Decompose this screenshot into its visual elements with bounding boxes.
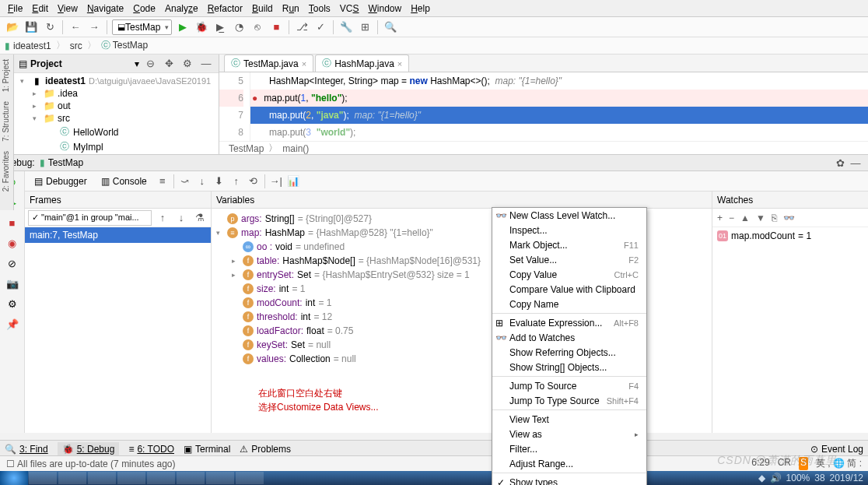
menu-new-watch[interactable]: 👓New Class Level Watch...: [492, 208, 646, 223]
sync-icon[interactable]: ↻: [42, 19, 58, 35]
dropdown-icon[interactable]: ▾: [135, 58, 139, 69]
menu-refactor[interactable]: Refactor: [203, 3, 247, 14]
taskbar-app[interactable]: [117, 472, 145, 484]
run-config-combo[interactable]: ⬓ TestMap: [112, 19, 172, 35]
menu-help[interactable]: Help: [406, 3, 435, 14]
run-icon[interactable]: ▶: [175, 19, 191, 35]
menu-vcs[interactable]: VCS: [335, 3, 364, 14]
open-icon[interactable]: 📂: [5, 19, 20, 35]
crumb-file[interactable]: ⓒ TestMap: [98, 39, 151, 52]
menu-show-string[interactable]: Show String[] Objects...: [492, 360, 646, 374]
menu-show-referring[interactable]: Show Referring Objects...: [492, 345, 646, 360]
menu-view-as[interactable]: View as▸: [492, 427, 646, 441]
tab-find[interactable]: 🔍 3: Find: [5, 444, 48, 455]
close-icon[interactable]: ×: [302, 59, 306, 69]
taskbar-app[interactable]: [236, 472, 264, 484]
copy-icon[interactable]: ⎘: [772, 213, 777, 223]
tab-debugger[interactable]: ▤ Debugger: [28, 174, 93, 188]
menu-tools[interactable]: Tools: [304, 3, 335, 14]
menu-window[interactable]: Window: [363, 3, 406, 14]
prev-frame-icon[interactable]: ↑: [155, 210, 170, 226]
camera-icon[interactable]: 📷: [5, 276, 20, 291]
forward-icon[interactable]: →: [86, 19, 102, 35]
code-editor[interactable]: 5678 HashMap<Integer, String> map = new …: [219, 72, 868, 141]
filter-icon[interactable]: ⚗: [192, 210, 208, 226]
menu-view[interactable]: View: [53, 3, 82, 14]
debug-icon[interactable]: 🐞: [194, 19, 209, 35]
menu-evaluate[interactable]: ⊞Evaluate Expression...Alt+F8: [492, 315, 646, 330]
back-icon[interactable]: ←: [68, 19, 83, 35]
project-tree[interactable]: ▾▮ideatest1 D:\atguigu\javaee\JavaSE2019…: [14, 73, 219, 154]
frame-row[interactable]: main:7, TestMap: [25, 227, 211, 243]
settings-icon[interactable]: ⚙: [5, 296, 20, 311]
force-step-icon[interactable]: ⬇: [212, 174, 227, 189]
pin-icon[interactable]: 📌: [5, 316, 20, 332]
taskbar-app[interactable]: [29, 472, 57, 484]
taskbar-app[interactable]: [177, 472, 205, 484]
remove-watch-icon[interactable]: −: [729, 213, 734, 223]
taskbar-app[interactable]: [206, 472, 234, 484]
menu-show-types[interactable]: ✓Show types: [492, 475, 646, 485]
menu-view-text[interactable]: View Text: [492, 412, 646, 427]
menu-set-value[interactable]: Set Value...F2: [492, 252, 646, 267]
vcs2-icon[interactable]: ✓: [313, 19, 328, 35]
next-frame-icon[interactable]: ↓: [173, 210, 189, 226]
crumb-src[interactable]: src: [67, 40, 86, 51]
stop-icon[interactable]: ■: [5, 215, 20, 230]
menu-compare[interactable]: Compare Value with Clipboard: [492, 282, 646, 297]
menu-code[interactable]: Code: [128, 3, 160, 14]
crumb-project[interactable]: ideatest1: [10, 40, 54, 51]
menu-run[interactable]: Run: [278, 3, 304, 14]
taskbar-app[interactable]: [88, 472, 116, 484]
settings-icon[interactable]: 🔧: [338, 19, 354, 35]
menu-copy-name[interactable]: Copy Name: [492, 297, 646, 311]
hide-icon[interactable]: —: [848, 155, 863, 170]
menu-add-watches[interactable]: 👓Add to Watches: [492, 330, 646, 345]
tab-project-vertical[interactable]: 1: Project: [0, 54, 12, 97]
coverage-icon[interactable]: ▶̲: [212, 19, 228, 35]
down-icon[interactable]: ▼: [756, 213, 765, 223]
tab-hashmap[interactable]: ⓒHashMap.java×: [315, 54, 409, 72]
run-to-cursor-icon[interactable]: →|: [268, 174, 284, 189]
tab-debug[interactable]: 🐞 5: Debug: [58, 442, 120, 456]
stop-icon[interactable]: ■: [268, 19, 284, 35]
menu-edit[interactable]: Edit: [27, 3, 53, 14]
menu-filter[interactable]: Filter...: [492, 441, 646, 456]
gear-icon[interactable]: ⚙: [180, 56, 195, 72]
vcs-icon[interactable]: ⎇: [294, 19, 310, 35]
tab-favorites-vertical[interactable]: 2: Favorites: [0, 146, 12, 196]
profile-icon[interactable]: ◔: [231, 19, 247, 35]
menu-inspect[interactable]: Inspect...: [492, 223, 646, 237]
taskbar-app[interactable]: [58, 472, 86, 484]
target-icon[interactable]: ✥: [161, 56, 177, 72]
menu-build[interactable]: Build: [247, 3, 278, 14]
step-over-icon[interactable]: ⤻: [177, 174, 193, 189]
close-icon[interactable]: ×: [397, 59, 402, 69]
tab-testmap[interactable]: ⓒTestMap.java×: [224, 54, 313, 72]
collapse-icon[interactable]: ⊖: [142, 56, 158, 72]
tab-structure-vertical[interactable]: 7: Structure: [0, 97, 12, 146]
tab-console[interactable]: ▥ Console: [95, 174, 153, 188]
menu-copy-value[interactable]: Copy ValueCtrl+C: [492, 267, 646, 282]
hide-icon[interactable]: —: [198, 56, 214, 72]
menu-mark-object[interactable]: Mark Object...F11: [492, 237, 646, 252]
start-button[interactable]: [0, 471, 28, 485]
step-into-icon[interactable]: ↓: [194, 174, 210, 189]
tab-problems[interactable]: ⚠ Problems: [240, 444, 291, 455]
search-icon[interactable]: 🔍: [383, 19, 398, 35]
gear-icon[interactable]: ✿: [832, 155, 848, 170]
threads-icon[interactable]: ≡: [155, 174, 170, 189]
step-out-icon[interactable]: ↑: [229, 174, 244, 189]
evaluate-icon[interactable]: 📊: [285, 174, 301, 189]
thread-combo[interactable]: ✓ "main"@1 in group "mai...: [28, 210, 152, 226]
save-icon[interactable]: 💾: [23, 19, 39, 35]
tab-terminal[interactable]: ▣ Terminal: [184, 444, 230, 455]
glasses-icon[interactable]: 👓: [783, 213, 795, 223]
menu-file[interactable]: FFileile: [3, 3, 27, 14]
menu-analyze[interactable]: Analyze: [160, 3, 203, 14]
tab-todo[interactable]: ≡ 6: TODO: [128, 444, 174, 455]
tray-icon[interactable]: ◆: [758, 473, 765, 483]
attach-icon[interactable]: ⎋: [250, 19, 265, 35]
watch-row[interactable]: 01 map.modCount = 1: [712, 227, 868, 244]
tab-event-log[interactable]: ⊙ Event Log: [810, 444, 863, 455]
